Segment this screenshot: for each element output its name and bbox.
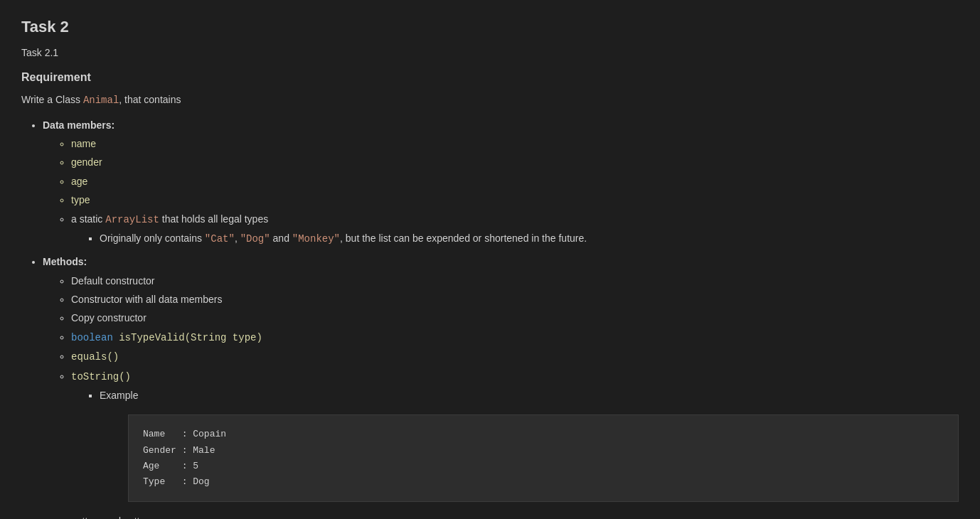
requirement-suffix: , that contains [119,94,181,105]
dog-string: "Dog" [240,233,270,245]
and: and [270,232,292,244]
data-members-section: Data members: name gender age type a sta… [43,117,959,247]
arraylist-code: ArrayList [105,214,159,225]
requirement-heading: Requirement [21,68,959,87]
age-value: 5 [193,461,198,471]
age-colon: : [182,461,188,471]
example-label: Example [100,387,959,403]
method-tostring: toString() Example Name : Copain Gender … [71,368,959,502]
data-member-age: age [71,173,959,189]
type-value: Dog [193,476,209,487]
data-member-type: type [71,192,959,208]
age-label: Age [143,461,159,471]
equals-code: equals() [71,351,119,363]
method-equals: equals() [71,348,959,365]
type-colon: : [182,476,188,487]
method-default-constructor: Default constructor [71,273,959,289]
data-member-gender: gender [71,154,959,170]
gender-value: Male [193,445,215,456]
method-copy-constructor: Copy constructor [71,310,959,326]
type-label: Type [143,476,165,487]
comma1: , [235,232,240,244]
gender-label: Gender [143,445,176,456]
code-name-line: Name : Copain [143,427,944,442]
data-member-arraylist: a static ArrayList that holds all legal … [71,211,959,247]
monkey-string: "Monkey" [292,233,340,245]
originally-prefix: Originally only contains [100,232,205,244]
code-type-line: Type : Dog [143,474,944,490]
animal-class-name: Animal [83,95,119,106]
requirement-prefix: Write a Class [21,94,83,105]
data-member-name: name [71,136,959,151]
requirement-text: Write a Class Animal, that contains [21,92,959,108]
task-subtitle: Task 2.1 [21,45,959,60]
name-value: Copain [193,429,226,439]
name-label: Name [143,429,165,439]
originally-suffix: , but the list can be expended or shorte… [340,232,587,244]
is-type-valid-code: isTypeValid(String type) [119,332,262,343]
methods-section: Methods: Default constructor Constructor… [43,254,959,519]
method-getters-setters: getters and setters You should use isTyp… [71,513,959,519]
cat-string: "Cat" [205,233,235,245]
boolean-keyword: boolean [71,332,119,343]
tostring-code: toString() [71,371,131,382]
gender-colon: : [182,445,188,456]
arraylist-suffix: that holds all legal types [159,213,268,225]
name-colon: : [182,429,188,439]
code-example-block: Name : Copain Gender : Male Age : 5 Type… [128,414,959,501]
data-members-label: Data members: [43,119,114,131]
methods-label: Methods: [43,256,87,267]
getters-setters-text: getters and setters [71,515,154,519]
method-is-type-valid: boolean isTypeValid(String type) [71,329,959,346]
task-title: Task 2 [21,14,959,39]
arraylist-originally: Originally only contains "Cat", "Dog" an… [100,230,959,247]
arraylist-prefix: a static [71,213,105,225]
code-age-line: Age : 5 [143,459,944,474]
code-gender-line: Gender : Male [143,443,944,459]
method-all-data-constructor: Constructor with all data members [71,291,959,307]
